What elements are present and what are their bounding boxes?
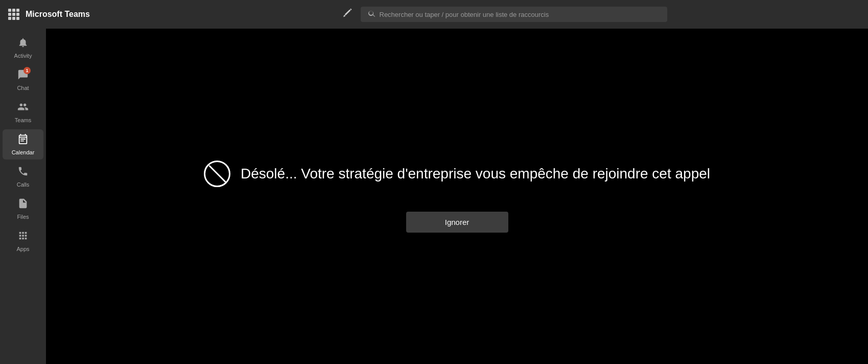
calendar-icon [17,133,29,147]
error-message: Désolé... Votre stratégie d'entreprise v… [204,161,710,187]
chat-icon: 1 [17,69,29,83]
sidebar-item-chat-label: Chat [17,85,29,91]
apps-icon [17,230,29,244]
topbar: Microsoft Teams [0,0,868,29]
content-area: Désolé... Votre stratégie d'entreprise v… [46,29,868,364]
sidebar-item-calendar-label: Calendar [12,149,35,155]
bell-icon [17,37,29,51]
app-title: Microsoft Teams [26,10,90,19]
ignore-button[interactable]: Ignorer [406,212,508,233]
chat-badge: 1 [24,67,31,74]
search-icon [368,10,376,19]
search-input[interactable] [380,11,660,18]
sidebar-item-apps[interactable]: Apps [3,226,43,256]
files-icon [17,198,29,212]
sidebar-item-teams-label: Teams [15,117,31,123]
sidebar-item-calls-label: Calls [17,181,29,188]
phone-icon [17,166,29,179]
sidebar-item-chat[interactable]: 1 Chat [3,65,43,95]
sidebar-item-apps-label: Apps [16,246,29,252]
sidebar: Activity 1 Chat Teams [0,29,46,364]
error-container: Désolé... Votre stratégie d'entreprise v… [204,161,710,233]
blocked-icon [204,161,230,187]
search-bar[interactable] [361,7,667,22]
main-layout: Activity 1 Chat Teams [0,29,868,364]
sidebar-item-files[interactable]: Files [3,194,43,224]
teams-icon [17,101,29,115]
topbar-left: Microsoft Teams [8,9,141,20]
sidebar-item-teams[interactable]: Teams [3,97,43,127]
apps-grid-icon[interactable] [8,9,19,20]
sidebar-item-calls[interactable]: Calls [3,162,43,192]
sidebar-item-activity-label: Activity [14,53,32,59]
compose-icon[interactable] [342,8,353,21]
error-text: Désolé... Votre stratégie d'entreprise v… [241,166,710,182]
topbar-center [149,7,860,22]
sidebar-item-calendar[interactable]: Calendar [3,129,43,160]
sidebar-item-activity[interactable]: Activity [3,33,43,63]
sidebar-item-files-label: Files [17,214,29,220]
